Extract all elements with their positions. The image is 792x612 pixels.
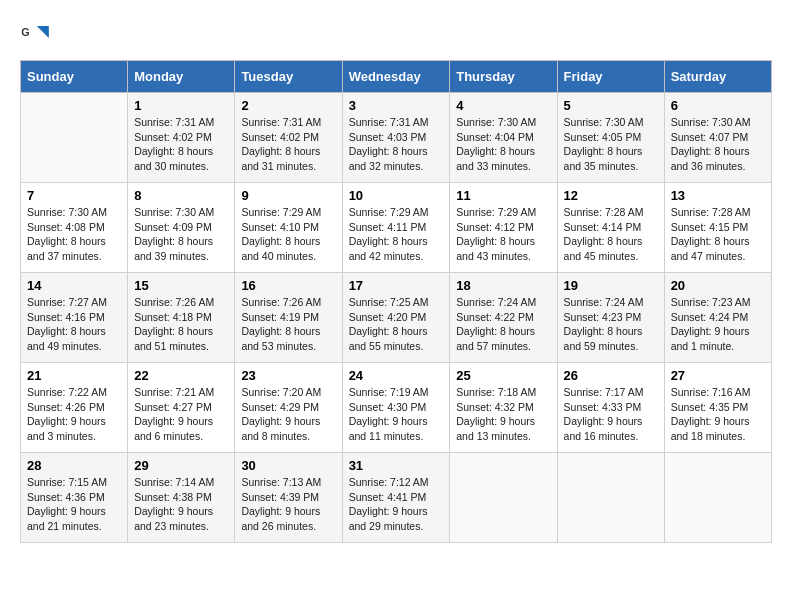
week-row-2: 7Sunrise: 7:30 AM Sunset: 4:08 PM Daylig…: [21, 183, 772, 273]
day-number: 17: [349, 278, 444, 293]
day-cell: 26Sunrise: 7:17 AM Sunset: 4:33 PM Dayli…: [557, 363, 664, 453]
day-number: 11: [456, 188, 550, 203]
day-info: Sunrise: 7:20 AM Sunset: 4:29 PM Dayligh…: [241, 385, 335, 444]
day-info: Sunrise: 7:19 AM Sunset: 4:30 PM Dayligh…: [349, 385, 444, 444]
day-cell: 14Sunrise: 7:27 AM Sunset: 4:16 PM Dayli…: [21, 273, 128, 363]
day-cell: 9Sunrise: 7:29 AM Sunset: 4:10 PM Daylig…: [235, 183, 342, 273]
day-number: 25: [456, 368, 550, 383]
day-info: Sunrise: 7:17 AM Sunset: 4:33 PM Dayligh…: [564, 385, 658, 444]
day-info: Sunrise: 7:28 AM Sunset: 4:15 PM Dayligh…: [671, 205, 765, 264]
day-info: Sunrise: 7:30 AM Sunset: 4:07 PM Dayligh…: [671, 115, 765, 174]
week-row-4: 21Sunrise: 7:22 AM Sunset: 4:26 PM Dayli…: [21, 363, 772, 453]
col-header-monday: Monday: [128, 61, 235, 93]
day-cell: 3Sunrise: 7:31 AM Sunset: 4:03 PM Daylig…: [342, 93, 450, 183]
col-header-wednesday: Wednesday: [342, 61, 450, 93]
day-number: 9: [241, 188, 335, 203]
header-row: SundayMondayTuesdayWednesdayThursdayFrid…: [21, 61, 772, 93]
day-number: 12: [564, 188, 658, 203]
day-number: 28: [27, 458, 121, 473]
day-cell: 16Sunrise: 7:26 AM Sunset: 4:19 PM Dayli…: [235, 273, 342, 363]
day-info: Sunrise: 7:18 AM Sunset: 4:32 PM Dayligh…: [456, 385, 550, 444]
week-row-1: 1Sunrise: 7:31 AM Sunset: 4:02 PM Daylig…: [21, 93, 772, 183]
day-info: Sunrise: 7:24 AM Sunset: 4:23 PM Dayligh…: [564, 295, 658, 354]
day-cell: 1Sunrise: 7:31 AM Sunset: 4:02 PM Daylig…: [128, 93, 235, 183]
col-header-tuesday: Tuesday: [235, 61, 342, 93]
day-cell: 21Sunrise: 7:22 AM Sunset: 4:26 PM Dayli…: [21, 363, 128, 453]
col-header-sunday: Sunday: [21, 61, 128, 93]
day-cell: 6Sunrise: 7:30 AM Sunset: 4:07 PM Daylig…: [664, 93, 771, 183]
day-info: Sunrise: 7:31 AM Sunset: 4:02 PM Dayligh…: [134, 115, 228, 174]
col-header-thursday: Thursday: [450, 61, 557, 93]
header: G: [20, 20, 772, 50]
day-info: Sunrise: 7:13 AM Sunset: 4:39 PM Dayligh…: [241, 475, 335, 534]
day-number: 6: [671, 98, 765, 113]
day-number: 1: [134, 98, 228, 113]
day-info: Sunrise: 7:30 AM Sunset: 4:04 PM Dayligh…: [456, 115, 550, 174]
day-number: 7: [27, 188, 121, 203]
day-cell: 19Sunrise: 7:24 AM Sunset: 4:23 PM Dayli…: [557, 273, 664, 363]
day-cell: 11Sunrise: 7:29 AM Sunset: 4:12 PM Dayli…: [450, 183, 557, 273]
day-info: Sunrise: 7:27 AM Sunset: 4:16 PM Dayligh…: [27, 295, 121, 354]
day-cell: [664, 453, 771, 543]
day-cell: 2Sunrise: 7:31 AM Sunset: 4:02 PM Daylig…: [235, 93, 342, 183]
day-number: 5: [564, 98, 658, 113]
day-number: 23: [241, 368, 335, 383]
day-number: 27: [671, 368, 765, 383]
day-number: 3: [349, 98, 444, 113]
day-info: Sunrise: 7:29 AM Sunset: 4:10 PM Dayligh…: [241, 205, 335, 264]
day-cell: 24Sunrise: 7:19 AM Sunset: 4:30 PM Dayli…: [342, 363, 450, 453]
day-number: 20: [671, 278, 765, 293]
day-cell: [450, 453, 557, 543]
day-number: 8: [134, 188, 228, 203]
day-number: 30: [241, 458, 335, 473]
week-row-3: 14Sunrise: 7:27 AM Sunset: 4:16 PM Dayli…: [21, 273, 772, 363]
day-info: Sunrise: 7:25 AM Sunset: 4:20 PM Dayligh…: [349, 295, 444, 354]
day-info: Sunrise: 7:15 AM Sunset: 4:36 PM Dayligh…: [27, 475, 121, 534]
day-number: 24: [349, 368, 444, 383]
week-row-5: 28Sunrise: 7:15 AM Sunset: 4:36 PM Dayli…: [21, 453, 772, 543]
day-cell: [557, 453, 664, 543]
day-info: Sunrise: 7:14 AM Sunset: 4:38 PM Dayligh…: [134, 475, 228, 534]
day-number: 29: [134, 458, 228, 473]
day-cell: 10Sunrise: 7:29 AM Sunset: 4:11 PM Dayli…: [342, 183, 450, 273]
day-cell: 25Sunrise: 7:18 AM Sunset: 4:32 PM Dayli…: [450, 363, 557, 453]
col-header-saturday: Saturday: [664, 61, 771, 93]
svg-text:G: G: [21, 26, 29, 38]
day-cell: 12Sunrise: 7:28 AM Sunset: 4:14 PM Dayli…: [557, 183, 664, 273]
day-number: 31: [349, 458, 444, 473]
day-cell: 13Sunrise: 7:28 AM Sunset: 4:15 PM Dayli…: [664, 183, 771, 273]
day-number: 19: [564, 278, 658, 293]
day-info: Sunrise: 7:12 AM Sunset: 4:41 PM Dayligh…: [349, 475, 444, 534]
day-number: 4: [456, 98, 550, 113]
day-cell: 28Sunrise: 7:15 AM Sunset: 4:36 PM Dayli…: [21, 453, 128, 543]
day-cell: [21, 93, 128, 183]
day-cell: 23Sunrise: 7:20 AM Sunset: 4:29 PM Dayli…: [235, 363, 342, 453]
day-cell: 15Sunrise: 7:26 AM Sunset: 4:18 PM Dayli…: [128, 273, 235, 363]
day-info: Sunrise: 7:30 AM Sunset: 4:09 PM Dayligh…: [134, 205, 228, 264]
day-number: 18: [456, 278, 550, 293]
day-info: Sunrise: 7:23 AM Sunset: 4:24 PM Dayligh…: [671, 295, 765, 354]
day-info: Sunrise: 7:26 AM Sunset: 4:18 PM Dayligh…: [134, 295, 228, 354]
day-info: Sunrise: 7:31 AM Sunset: 4:03 PM Dayligh…: [349, 115, 444, 174]
day-info: Sunrise: 7:28 AM Sunset: 4:14 PM Dayligh…: [564, 205, 658, 264]
day-number: 22: [134, 368, 228, 383]
day-info: Sunrise: 7:29 AM Sunset: 4:11 PM Dayligh…: [349, 205, 444, 264]
day-info: Sunrise: 7:31 AM Sunset: 4:02 PM Dayligh…: [241, 115, 335, 174]
day-info: Sunrise: 7:26 AM Sunset: 4:19 PM Dayligh…: [241, 295, 335, 354]
day-info: Sunrise: 7:29 AM Sunset: 4:12 PM Dayligh…: [456, 205, 550, 264]
day-number: 26: [564, 368, 658, 383]
day-cell: 30Sunrise: 7:13 AM Sunset: 4:39 PM Dayli…: [235, 453, 342, 543]
day-number: 2: [241, 98, 335, 113]
day-number: 16: [241, 278, 335, 293]
day-info: Sunrise: 7:21 AM Sunset: 4:27 PM Dayligh…: [134, 385, 228, 444]
day-info: Sunrise: 7:30 AM Sunset: 4:05 PM Dayligh…: [564, 115, 658, 174]
day-number: 15: [134, 278, 228, 293]
day-info: Sunrise: 7:30 AM Sunset: 4:08 PM Dayligh…: [27, 205, 121, 264]
calendar-table: SundayMondayTuesdayWednesdayThursdayFrid…: [20, 60, 772, 543]
svg-marker-1: [37, 26, 49, 38]
day-number: 10: [349, 188, 444, 203]
day-cell: 4Sunrise: 7:30 AM Sunset: 4:04 PM Daylig…: [450, 93, 557, 183]
day-cell: 5Sunrise: 7:30 AM Sunset: 4:05 PM Daylig…: [557, 93, 664, 183]
col-header-friday: Friday: [557, 61, 664, 93]
day-cell: 27Sunrise: 7:16 AM Sunset: 4:35 PM Dayli…: [664, 363, 771, 453]
